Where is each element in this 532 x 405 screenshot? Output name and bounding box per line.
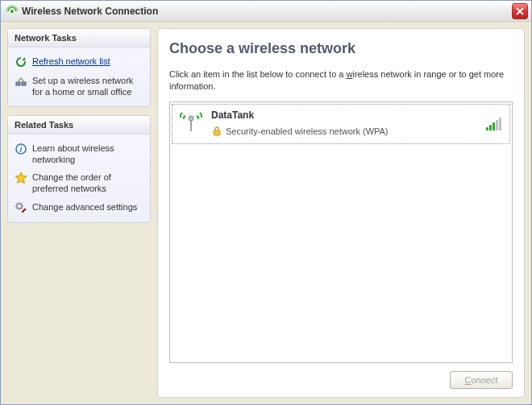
related-tasks-panel: Related Tasks i Learn about wireless net… [7,115,151,223]
network-tasks-panel: Network Tasks Refresh network list Set u… [7,28,151,107]
content-area: Network Tasks Refresh network list Set u… [1,22,531,404]
svg-rect-1 [16,82,20,85]
info-icon: i [15,143,27,155]
star-icon [15,172,27,184]
connect-button[interactable]: Connect [450,371,513,389]
order-label: Change the order of preferred networks [32,172,143,195]
change-network-order[interactable]: Change the order of preferred networks [11,168,147,198]
close-button[interactable] [512,3,528,19]
refresh-label: Refresh network list [32,56,110,67]
svg-rect-7 [190,120,192,131]
sidebar: Network Tasks Refresh network list Set u… [7,28,151,398]
connect-label-rest: onnect [471,375,497,385]
svg-rect-2 [22,82,26,85]
footer: Connect [169,363,513,389]
related-tasks-header: Related Tasks [8,116,150,134]
instructions-pre: Click an item in the list below to conne… [169,69,347,79]
network-name: DataTank [211,110,480,121]
svg-point-5 [17,204,22,209]
network-body: DataTank Security-enabled wireless netwo… [211,110,480,137]
titlebar: Wireless Network Connection [1,1,531,22]
window-title: Wireless Network Connection [22,6,512,17]
network-item[interactable]: DataTank Security-enabled wireless netwo… [172,104,510,144]
svg-text:i: i [20,145,23,154]
change-advanced-settings[interactable]: Change advanced settings [11,198,147,217]
page-title: Choose a wireless network [169,40,513,57]
signal-strength-icon [486,116,501,130]
instructions: Click an item in the list below to conne… [169,68,513,93]
wireless-network-icon [177,110,205,137]
refresh-network-list[interactable]: Refresh network list [11,52,147,72]
learn-label: Learn about wireless networking [32,143,143,166]
network-list[interactable]: DataTank Security-enabled wireless netwo… [169,101,513,363]
setup-wireless-network[interactable]: Set up a wireless network for a home or … [11,72,147,101]
learn-wireless[interactable]: i Learn about wireless networking [11,139,147,169]
svg-point-0 [10,10,14,13]
network-security: Security-enabled wireless network (WPA) [211,126,480,137]
setup-network-icon [15,75,27,88]
advanced-label: Change advanced settings [32,201,137,213]
advanced-settings-icon [15,201,27,214]
lock-icon [211,126,222,137]
network-security-text: Security-enabled wireless network (WPA) [226,126,389,136]
network-tasks-header: Network Tasks [8,29,150,48]
main-panel: Choose a wireless network Click an item … [157,28,525,398]
window-frame: Wireless Network Connection Network Task… [0,0,532,405]
svg-rect-8 [214,130,220,135]
refresh-icon [15,56,27,68]
wireless-app-icon [6,5,19,18]
setup-label: Set up a wireless network for a home or … [32,75,143,98]
